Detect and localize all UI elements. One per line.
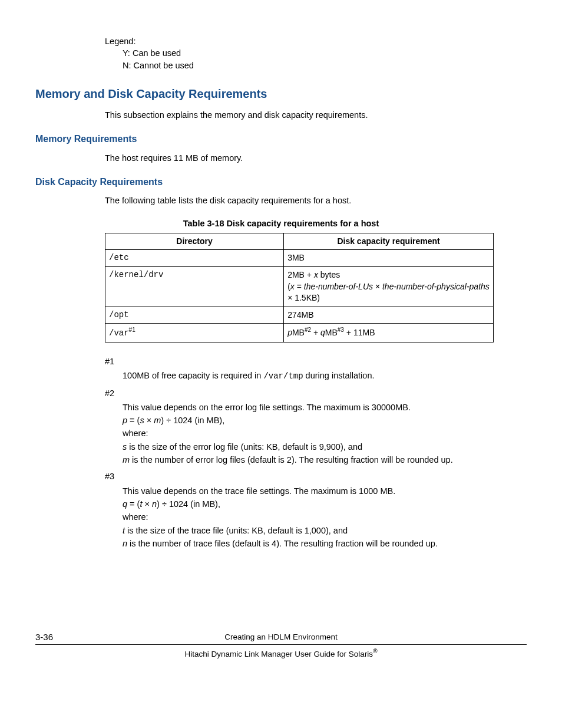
note-1-body: 100MB of free capacity is required in /v…: [123, 370, 527, 383]
cell-dir: /opt: [105, 307, 284, 324]
legend-item-y: Y: Can be used: [123, 47, 527, 59]
chapter-title: Creating an HDLM Environment: [224, 633, 337, 641]
table-caption: Table 3-18 Disk capacity requirements fo…: [35, 218, 527, 229]
legend-block: Legend: Y: Can be used N: Cannot be used: [105, 35, 527, 71]
page-footer: 3-36 Creating an HDLM Environment Hitach…: [35, 632, 527, 660]
section-heading: Memory and Disk Capacity Requirements: [35, 85, 527, 102]
cell-req: 274MB: [284, 307, 494, 324]
note-3-n: n is the number of trace files (default …: [123, 538, 527, 549]
page-number: 3-36: [35, 631, 53, 643]
table-row: /kernel/drv 2MB + x bytes (x = the-numbe…: [105, 267, 494, 307]
cell-req: 2MB + x bytes (x = the-number-of-LUs × t…: [284, 267, 494, 307]
note-3-t: t is the size of the trace file (units: …: [123, 525, 527, 536]
memory-heading: Memory Requirements: [35, 133, 527, 146]
memory-text: The host requires 11 MB of memory.: [105, 152, 527, 164]
note-3-formula: q = (t × n) ÷ 1024 (in MB),: [123, 498, 527, 510]
header-requirement: Disk capacity requirement: [284, 233, 494, 250]
document-title: Hitachi Dynamic Link Manager User Guide …: [35, 647, 527, 660]
legend-item-n: N: Cannot be used: [123, 60, 527, 71]
table-row: /var#1 pMB#2 + qMB#3 + 11MB: [105, 324, 494, 342]
cell-req: 3MB: [284, 250, 494, 267]
note-2-formula: p = (s × m) ÷ 1024 (in MB),: [123, 414, 527, 426]
cell-dir: /etc: [105, 250, 284, 267]
note-2-body: This value depends on the error log file…: [123, 401, 527, 413]
notes-block: #1 100MB of free capacity is required in…: [105, 355, 527, 549]
disk-intro: The following table lists the disk capac…: [105, 195, 527, 206]
cell-dir: /kernel/drv: [105, 267, 284, 307]
note-1-tag: #1: [105, 355, 527, 367]
section-intro: This subsection explains the memory and …: [105, 109, 527, 121]
disk-table: Directory Disk capacity requirement /etc…: [105, 233, 494, 342]
cell-req: pMB#2 + qMB#3 + 11MB: [284, 324, 494, 342]
note-2-s: s is the size of the error log file (uni…: [123, 441, 527, 453]
table-row: /opt 274MB: [105, 307, 494, 324]
note-2-m: m is the number of error log files (defa…: [123, 454, 527, 466]
cell-dir: /var#1: [105, 324, 284, 342]
note-3-tag: #3: [105, 470, 527, 482]
legend-title: Legend:: [105, 35, 527, 47]
disk-heading: Disk Capacity Requirements: [35, 176, 527, 189]
note-2-where: where:: [123, 427, 527, 439]
note-3-body: This value depends on the trace file set…: [123, 485, 527, 497]
note-2-tag: #2: [105, 387, 527, 399]
table-header-row: Directory Disk capacity requirement: [105, 233, 494, 250]
table-row: /etc 3MB: [105, 250, 494, 267]
header-directory: Directory: [105, 233, 284, 250]
note-3-where: where:: [123, 511, 527, 523]
